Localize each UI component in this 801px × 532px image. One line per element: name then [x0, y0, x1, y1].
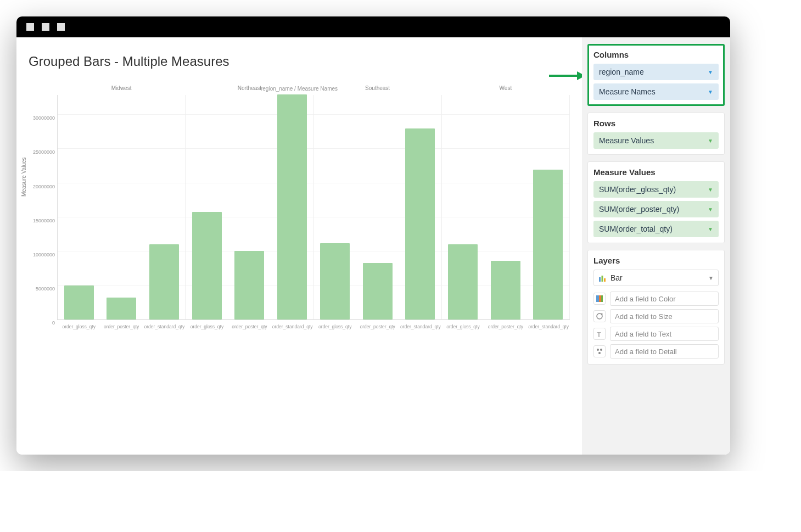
region-group: Westorder_gloss_qtyorder_poster_qtyorder… [442, 95, 570, 320]
bar-label: order_standard_qty [144, 324, 184, 329]
measure-pill[interactable]: SUM(order_total_qty) ▼ [593, 221, 719, 237]
bar-label: order_poster_qty [102, 324, 141, 329]
y-tick: 15000000 [33, 218, 55, 223]
main-panel: Grouped Bars - Multiple Measures region_… [16, 37, 582, 455]
pill-label: Measure Values [599, 136, 654, 145]
y-tick: 20000000 [33, 184, 55, 189]
caret-down-icon: ▼ [708, 275, 714, 281]
region-label: West [442, 85, 569, 91]
bar[interactable] [448, 244, 478, 320]
measure-values-panel: Measure Values SUM(order_gloss_qty) ▼ SU… [587, 161, 725, 243]
caret-down-icon: ▼ [708, 69, 713, 75]
color-icon [593, 293, 606, 305]
measure-pill[interactable]: SUM(order_gloss_qty) ▼ [593, 181, 719, 198]
y-tick: 5000000 [36, 286, 55, 292]
y-tick: 10000000 [33, 252, 55, 257]
bar-label: order_gloss_qty [59, 324, 99, 329]
sidebar: Columns region_name ▼ Measure Names ▼ Ro… [582, 37, 730, 455]
chart-plot: Measure Values 0500000010000000150000002… [29, 95, 570, 359]
svg-rect-6 [599, 295, 601, 302]
detail-icon [593, 345, 606, 357]
svg-rect-2 [599, 277, 601, 282]
bar[interactable] [277, 94, 307, 320]
bar[interactable] [405, 128, 435, 320]
bar[interactable] [149, 244, 179, 320]
region-label: Northeast [186, 85, 313, 91]
bar[interactable] [320, 243, 350, 320]
svg-point-12 [598, 352, 601, 354]
layer-field-row: Add a field to Color [593, 292, 719, 306]
columns-panel: Columns region_name ▼ Measure Names ▼ [587, 44, 725, 106]
region-group: Southeastorder_gloss_qtyorder_poster_qty… [314, 95, 442, 320]
measure-pill[interactable]: SUM(order_poster_qty) ▼ [593, 201, 719, 217]
caret-down-icon: ▼ [708, 206, 713, 212]
row-pill-measure-values[interactable]: Measure Values ▼ [593, 132, 719, 149]
window-control[interactable] [42, 23, 49, 31]
region-label: Midwest [58, 85, 185, 91]
chart-type-label: Bar [610, 273, 623, 282]
bar-label: order_standard_qty [272, 324, 312, 329]
bar[interactable] [363, 263, 393, 320]
layer-field-input[interactable]: Add a field to Detail [610, 344, 719, 359]
plot-region: Midwestorder_gloss_qtyorder_poster_qtyor… [57, 95, 570, 320]
window-control[interactable] [57, 23, 65, 31]
y-tick: 30000000 [33, 115, 55, 121]
svg-rect-5 [596, 295, 599, 302]
caret-down-icon: ▼ [708, 226, 713, 232]
y-tick: 0 [52, 320, 55, 326]
pill-label: SUM(order_gloss_qty) [599, 185, 676, 194]
content-area: Grouped Bars - Multiple Measures region_… [16, 37, 730, 455]
chart-area: region_name / Measure Names Measure Valu… [29, 86, 570, 377]
bar-label: order_poster_qty [358, 324, 397, 329]
window-control[interactable] [26, 23, 34, 31]
pill-label: SUM(order_total_qty) [599, 225, 673, 233]
bar-label: order_gloss_qty [315, 324, 355, 329]
layer-field-input[interactable]: Add a field to Text [610, 327, 719, 341]
pill-label: SUM(order_poster_qty) [599, 205, 679, 214]
measure-values-title: Measure Values [593, 167, 719, 177]
bar[interactable] [192, 212, 222, 320]
bar[interactable] [107, 298, 136, 320]
region-group: Northeastorder_gloss_qtyorder_poster_qty… [186, 95, 313, 320]
layers-title: Layers [593, 256, 719, 265]
caret-down-icon: ▼ [708, 138, 713, 144]
layer-field-input[interactable]: Add a field to Color [610, 292, 719, 306]
layer-field-row: Add a field to Size [593, 309, 719, 323]
pill-label: Measure Names [599, 87, 656, 96]
y-axis-label: Measure Values [21, 157, 27, 197]
bar[interactable] [491, 261, 520, 320]
bar-label: order_standard_qty [528, 324, 568, 329]
region-group: Midwestorder_gloss_qtyorder_poster_qtyor… [58, 95, 186, 320]
bar-label: order_standard_qty [400, 324, 440, 329]
bar-label: order_gloss_qty [187, 324, 227, 329]
caret-down-icon: ▼ [708, 89, 713, 95]
svg-point-11 [600, 349, 602, 351]
y-tick: 25000000 [33, 149, 55, 155]
bar[interactable] [64, 285, 94, 320]
bar[interactable] [533, 170, 563, 320]
bar-label: order_gloss_qty [443, 324, 483, 329]
arrow-annotation [547, 70, 582, 81]
text-icon: T [593, 328, 606, 340]
svg-marker-1 [577, 71, 582, 80]
bar-label: order_poster_qty [229, 324, 269, 329]
svg-rect-4 [604, 278, 606, 282]
bar-label: order_poster_qty [486, 324, 525, 329]
bar-icon [598, 274, 606, 282]
column-pill-measure-names[interactable]: Measure Names ▼ [593, 83, 719, 100]
layer-field-input[interactable]: Add a field to Size [610, 309, 719, 323]
y-axis: Measure Values 0500000010000000150000002… [29, 95, 57, 320]
pill-label: region_name [599, 68, 644, 76]
layer-field-row: Add a field to Detail [593, 344, 719, 359]
bar[interactable] [234, 251, 264, 320]
chart-type-select[interactable]: Bar ▼ [593, 270, 719, 286]
rows-panel: Rows Measure Values ▼ [587, 113, 725, 155]
svg-rect-7 [601, 295, 603, 302]
caret-down-icon: ▼ [708, 187, 713, 193]
titlebar [16, 16, 730, 37]
rows-title: Rows [593, 119, 719, 128]
svg-rect-3 [602, 276, 603, 282]
column-pill-region-name[interactable]: region_name ▼ [593, 64, 719, 80]
columns-title: Columns [593, 50, 719, 59]
app-window: Grouped Bars - Multiple Measures region_… [16, 16, 730, 455]
